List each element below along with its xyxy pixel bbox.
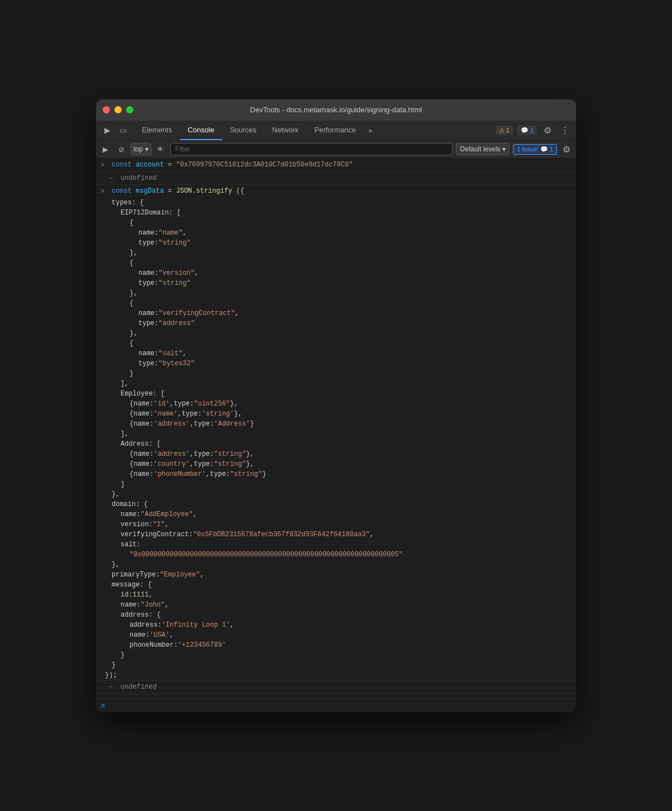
levels-selector[interactable]: Default levels ▾: [456, 143, 510, 155]
arrow-left-1: ←: [109, 173, 117, 183]
code-type-address-1: type: "address": [96, 318, 576, 328]
code-employee: Employee: [: [96, 389, 576, 399]
code-addr-phone: { name: 'phoneNumber', type: "string" }: [96, 469, 576, 479]
code-stringify-close: });: [96, 670, 576, 680]
code-line-1: const account = "0x70997970C51812dc3A010…: [112, 160, 353, 170]
bottom-prompt-icon: >: [100, 701, 105, 710]
code-types: types: {: [96, 198, 576, 208]
code-eip712domain: EIP712Domain: [: [96, 208, 576, 218]
undefined-2: undefined: [121, 682, 157, 692]
title-bar: DevTools - docs.metamask.io/guide/signin…: [96, 99, 576, 121]
code-msg-id: id: 1111,: [96, 590, 576, 600]
info-badge[interactable]: 💬 1: [517, 126, 537, 135]
code-name-name: name: "name",: [96, 228, 576, 238]
code-domain-salt-val: "0x0000000000000000000000000000000000000…: [96, 550, 576, 560]
clear-button[interactable]: ⊘: [115, 143, 127, 155]
arrow-left-2: ←: [109, 682, 117, 692]
code-msg-addr-phone: phoneNumber: '+123456789': [96, 640, 576, 650]
code-emp-id: { name: 'id', type: "uint256" },: [96, 399, 576, 409]
code-msg-addr-name: name: 'USA',: [96, 630, 576, 640]
info-icon: 💬: [521, 127, 529, 134]
code-msg-name: name: "John",: [96, 600, 576, 610]
code-msg-addr-addr: address: 'Infinity Loop 1',: [96, 620, 576, 630]
tab-more[interactable]: »: [364, 126, 377, 135]
code-emp-address: { name: 'address', type: 'Address' }: [96, 419, 576, 429]
filter-input[interactable]: [170, 143, 453, 155]
tab-elements[interactable]: Elements: [134, 120, 180, 140]
dropdown-arrow-icon: ▾: [145, 145, 148, 153]
inspect-icon[interactable]: ▶: [100, 123, 114, 137]
code-obj-open-1: {: [96, 218, 576, 228]
code-obj-open-3: {: [96, 298, 576, 308]
traffic-lights: [103, 106, 133, 113]
code-name-verifying: name: "verifyingContract",: [96, 308, 576, 318]
console-settings-icon[interactable]: ⚙: [560, 143, 573, 156]
code-line-const: const msgData = JSON.stringify ({: [112, 186, 244, 197]
undefined-1: undefined: [121, 173, 157, 183]
code-eip-close: ],: [96, 379, 576, 389]
context-selector[interactable]: top ▾: [131, 143, 151, 155]
code-domain-salt-key: salt:: [96, 540, 576, 550]
code-obj-close-1: },: [96, 248, 576, 258]
code-primarytype: primaryType: "Employee",: [96, 570, 576, 580]
console-body: > const account = "0x70997970C51812dc3A0…: [96, 159, 576, 712]
issue-info-icon: 💬: [540, 146, 548, 153]
console-output: > const account = "0x70997970C51812dc3A0…: [96, 159, 576, 698]
console-toolbar: ▶ ⊘ top ▾ 👁 Default levels ▾ 1 Issue: 💬 …: [96, 141, 576, 159]
more-menu-icon[interactable]: ⋮: [558, 124, 572, 137]
issue-badge[interactable]: 1 Issue: 💬 1: [513, 144, 557, 155]
code-domain: domain: {: [96, 499, 576, 509]
console-line-undefined-1: ← undefined: [96, 172, 576, 185]
code-obj-close-4: }: [96, 369, 576, 379]
code-domain-close: },: [96, 560, 576, 570]
code-domain-version: version: "1",: [96, 519, 576, 529]
code-msg-address: address: {: [96, 610, 576, 620]
code-domain-name: name: "AddEmployee",: [96, 509, 576, 519]
code-types-close: },: [96, 489, 576, 499]
code-type-string-1: type: "string": [96, 238, 576, 248]
play-button[interactable]: ▶: [99, 143, 112, 155]
settings-icon[interactable]: ⚙: [541, 124, 554, 137]
input-prompt-1: >: [100, 160, 108, 170]
code-addr-close: ]: [96, 479, 576, 489]
devtools-window: DevTools - docs.metamask.io/guide/signin…: [96, 99, 576, 712]
console-line-undefined-2: ← undefined: [96, 681, 576, 694]
tabs-bar: ▶ ▭ Elements Console Sources Network Per…: [96, 121, 576, 141]
input-prompt-2: >: [100, 186, 108, 197]
code-addr-address: { name: 'address', type: "string" },: [96, 449, 576, 459]
code-emp-name: { name: 'name', type: 'string' },: [96, 409, 576, 419]
code-obj-close-2: },: [96, 288, 576, 298]
tab-console[interactable]: Console: [180, 120, 222, 140]
eye-button[interactable]: 👁: [155, 143, 167, 155]
code-addr-country: { name: 'country', type: "string" },: [96, 459, 576, 469]
tab-actions: ⚠ 1 💬 1 ⚙ ⋮: [496, 124, 572, 137]
code-msg-close: }: [96, 660, 576, 670]
window-title: DevTools - docs.metamask.io/guide/signin…: [250, 106, 422, 114]
console-block-2: > const msgData = JSON.stringify ({ type…: [96, 185, 576, 681]
device-icon[interactable]: ▭: [116, 123, 129, 137]
code-msg-addr-close: }: [96, 650, 576, 660]
code-obj-close-3: },: [96, 328, 576, 338]
code-type-bytes32: type: "bytes32": [96, 359, 576, 369]
maximize-button[interactable]: [126, 106, 133, 113]
bottom-prompt-bar: >: [96, 698, 576, 712]
tab-icons: ▶ ▭: [100, 123, 129, 137]
msgdata-line-header: > const msgData = JSON.stringify ({: [96, 185, 576, 198]
warning-badge[interactable]: ⚠ 1: [496, 126, 513, 135]
close-button[interactable]: [103, 106, 110, 113]
code-emp-close: ],: [96, 429, 576, 439]
code-name-salt: name: "salt",: [96, 349, 576, 359]
code-address-type: Address: [: [96, 439, 576, 449]
warning-icon: ⚠: [499, 127, 505, 134]
code-name-version: name: "version",: [96, 268, 576, 278]
tab-sources[interactable]: Sources: [222, 120, 265, 140]
minimize-button[interactable]: [114, 106, 122, 113]
tab-performance[interactable]: Performance: [306, 120, 363, 140]
code-message: message: {: [96, 580, 576, 590]
tab-network[interactable]: Network: [265, 120, 307, 140]
code-obj-open-2: {: [96, 258, 576, 268]
code-type-string-2: type: "string": [96, 278, 576, 288]
console-line-1: > const account = "0x70997970C51812dc3A0…: [96, 159, 576, 172]
code-obj-open-4: {: [96, 338, 576, 349]
code-domain-contract: verifyingContract: "0x5FbDB2315678afecb3…: [96, 529, 576, 540]
